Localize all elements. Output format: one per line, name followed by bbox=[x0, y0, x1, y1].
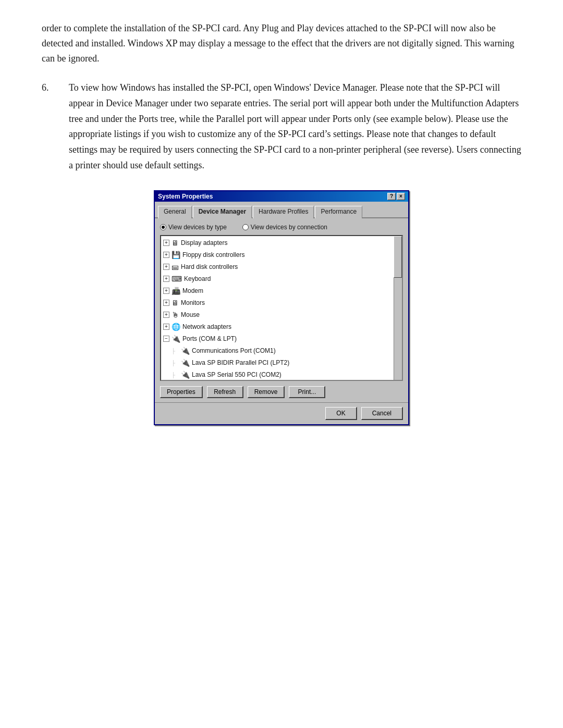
scrollbar-thumb[interactable] bbox=[394, 236, 402, 278]
device-icon: 🌐 bbox=[172, 322, 180, 332]
cancel-button[interactable]: Cancel bbox=[361, 407, 403, 420]
dialog-titlebar: System Properties ? × bbox=[155, 191, 408, 202]
radio-by-connection-circle bbox=[242, 224, 249, 230]
list-item[interactable]: + 💾 Floppy disk controllers bbox=[161, 249, 402, 261]
system-properties-dialog: System Properties ? × General Device Man… bbox=[154, 190, 409, 425]
device-list-container: + 🖥 Display adapters + 💾 Floppy disk con… bbox=[160, 235, 403, 381]
device-label: Floppy disk controllers bbox=[182, 250, 244, 260]
scrollbar-track[interactable] bbox=[394, 236, 402, 380]
list-item[interactable]: + 🖥 Monitors bbox=[161, 297, 402, 309]
close-button[interactable]: × bbox=[397, 193, 405, 200]
device-icon: 🔌 bbox=[172, 334, 180, 344]
dialog-body: View devices by type View devices by con… bbox=[155, 218, 408, 402]
device-label: Network adapters bbox=[182, 322, 231, 331]
step-content: To view how Windows has installed the SP… bbox=[69, 80, 521, 173]
titlebar-buttons: ? × bbox=[387, 193, 405, 200]
device-label: Display adapters bbox=[181, 238, 227, 248]
dialog-ok-row: OK Cancel bbox=[155, 402, 408, 424]
device-label: Lava SP Serial 550 PCI (COM2) bbox=[192, 370, 282, 379]
expand-icon[interactable]: + bbox=[163, 324, 169, 330]
list-item[interactable]: + 📠 Modem bbox=[161, 285, 402, 297]
collapse-icon[interactable]: − bbox=[163, 336, 169, 342]
device-icon: 🔌 bbox=[181, 346, 190, 356]
device-label: Keyboard bbox=[184, 274, 211, 283]
radio-by-connection[interactable]: View devices by connection bbox=[242, 224, 327, 231]
list-item[interactable]: + 🖴 Hard disk controllers bbox=[161, 261, 402, 273]
intro-paragraph: order to complete the installation of th… bbox=[42, 21, 521, 66]
action-buttons-row: Properties Refresh Remove Print... bbox=[160, 386, 403, 398]
ok-button[interactable]: OK bbox=[325, 407, 357, 420]
remove-button[interactable]: Remove bbox=[248, 386, 285, 398]
device-label: Lava SP BIDIR Parallel PCI (LPT2) bbox=[192, 358, 289, 367]
device-icon: 🖥 bbox=[172, 298, 179, 309]
device-label: Communications Port (COM1) bbox=[192, 346, 276, 355]
device-icon: 🖱 bbox=[172, 310, 179, 320]
radio-by-connection-label: View devices by connection bbox=[251, 224, 327, 231]
tab-general[interactable]: General bbox=[158, 206, 192, 218]
tab-device-manager[interactable]: Device Manager bbox=[193, 206, 252, 218]
radio-by-type[interactable]: View devices by type bbox=[160, 224, 227, 231]
view-options-row: View devices by type View devices by con… bbox=[160, 224, 403, 231]
device-icon: 💾 bbox=[172, 250, 180, 261]
device-label: Modem bbox=[182, 286, 203, 295]
tab-performance[interactable]: Performance bbox=[315, 206, 362, 218]
device-list[interactable]: + 🖥 Display adapters + 💾 Floppy disk con… bbox=[161, 236, 402, 380]
device-label: Mouse bbox=[181, 310, 200, 319]
help-button[interactable]: ? bbox=[387, 193, 396, 200]
print-button[interactable]: Print... bbox=[289, 386, 325, 398]
device-label: Hard disk controllers bbox=[181, 262, 238, 272]
dialog-title: System Properties bbox=[158, 193, 213, 200]
device-label: Monitors bbox=[181, 298, 205, 307]
device-icon: 🔌 bbox=[181, 357, 190, 368]
list-item[interactable]: + 🖥 Display adapters bbox=[161, 237, 402, 249]
device-icon: 🖴 bbox=[172, 262, 179, 273]
device-icon: 🖥 bbox=[172, 238, 179, 249]
expand-icon[interactable]: + bbox=[163, 264, 169, 270]
device-icon: 🔌 bbox=[181, 369, 190, 380]
refresh-button[interactable]: Refresh bbox=[207, 386, 243, 398]
expand-icon[interactable]: + bbox=[163, 252, 169, 258]
device-icon: 📠 bbox=[172, 286, 180, 297]
list-item[interactable]: ├ 🔌 Lava SP BIDIR Parallel PCI (LPT2) bbox=[161, 357, 402, 369]
dialog-wrapper: System Properties ? × General Device Man… bbox=[42, 190, 521, 425]
expand-icon[interactable]: + bbox=[163, 288, 169, 294]
properties-button[interactable]: Properties bbox=[160, 386, 203, 398]
step-6: 6. To view how Windows has installed the… bbox=[42, 80, 521, 173]
device-icon: ⌨ bbox=[172, 274, 182, 285]
list-item[interactable]: + ⌨ Keyboard bbox=[161, 273, 402, 285]
device-label: Ports (COM & LPT) bbox=[182, 334, 237, 343]
list-item[interactable]: ├ 🔌 Lava SP Serial 550 PCI (COM2) bbox=[161, 369, 402, 380]
list-item[interactable]: + 🌐 Network adapters bbox=[161, 321, 402, 333]
dialog-tabs: General Device Manager Hardware Profiles… bbox=[155, 202, 408, 218]
list-item[interactable]: − 🔌 Ports (COM & LPT) bbox=[161, 333, 402, 345]
radio-by-type-circle bbox=[160, 224, 166, 230]
tab-hardware-profiles[interactable]: Hardware Profiles bbox=[253, 206, 314, 218]
expand-icon[interactable]: + bbox=[163, 276, 169, 282]
list-item[interactable]: + 🖱 Mouse bbox=[161, 309, 402, 321]
expand-icon[interactable]: + bbox=[163, 300, 169, 306]
expand-icon[interactable]: + bbox=[163, 240, 169, 246]
radio-by-type-label: View devices by type bbox=[168, 224, 227, 231]
step-number: 6. bbox=[42, 80, 60, 173]
expand-icon[interactable]: + bbox=[163, 312, 169, 318]
list-item[interactable]: ├ 🔌 Communications Port (COM1) bbox=[161, 345, 402, 357]
